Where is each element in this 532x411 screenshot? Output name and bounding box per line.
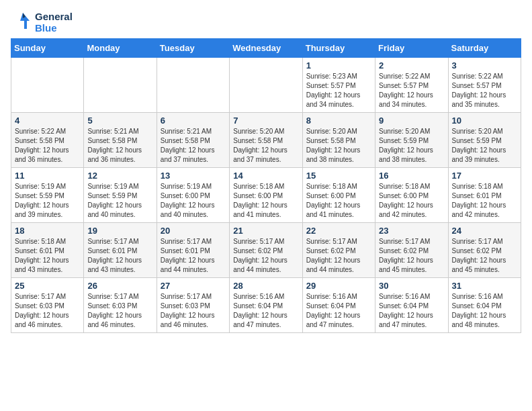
day-number: 12 xyxy=(87,171,152,181)
calendar-cell: 6Sunrise: 5:21 AM Sunset: 5:58 PM Daylig… xyxy=(157,112,229,167)
day-detail: Sunrise: 5:19 AM Sunset: 5:59 PM Dayligh… xyxy=(87,182,152,220)
calendar-cell: 23Sunrise: 5:17 AM Sunset: 6:02 PM Dayli… xyxy=(375,222,448,277)
day-detail: Sunrise: 5:17 AM Sunset: 6:02 PM Dayligh… xyxy=(306,237,371,275)
weekday-header-friday: Friday xyxy=(375,38,448,57)
day-number: 4 xyxy=(15,116,80,126)
day-number: 11 xyxy=(15,171,80,181)
day-number: 17 xyxy=(452,171,517,181)
day-number: 13 xyxy=(161,171,226,181)
calendar-cell: 13Sunrise: 5:19 AM Sunset: 6:00 PM Dayli… xyxy=(157,167,229,222)
day-number: 23 xyxy=(379,226,444,236)
day-number: 15 xyxy=(306,171,371,181)
day-number: 30 xyxy=(379,281,444,291)
calendar-week-2: 4Sunrise: 5:22 AM Sunset: 5:58 PM Daylig… xyxy=(11,112,521,167)
calendar-week-5: 25Sunrise: 5:17 AM Sunset: 6:03 PM Dayli… xyxy=(11,277,521,332)
day-number: 10 xyxy=(452,116,517,126)
calendar-week-4: 18Sunrise: 5:18 AM Sunset: 6:01 PM Dayli… xyxy=(11,222,521,277)
svg-marker-0 xyxy=(20,13,30,29)
day-detail: Sunrise: 5:23 AM Sunset: 5:57 PM Dayligh… xyxy=(306,72,371,109)
day-detail: Sunrise: 5:18 AM Sunset: 6:00 PM Dayligh… xyxy=(233,182,298,220)
day-detail: Sunrise: 5:17 AM Sunset: 6:03 PM Dayligh… xyxy=(15,292,80,330)
day-number: 8 xyxy=(306,116,371,126)
weekday-header-monday: Monday xyxy=(84,38,157,57)
weekday-header-tuesday: Tuesday xyxy=(157,38,229,57)
day-detail: Sunrise: 5:16 AM Sunset: 6:04 PM Dayligh… xyxy=(452,292,517,330)
calendar-cell: 9Sunrise: 5:20 AM Sunset: 5:59 PM Daylig… xyxy=(375,112,448,167)
day-number: 3 xyxy=(452,60,517,71)
calendar-cell: 17Sunrise: 5:18 AM Sunset: 6:01 PM Dayli… xyxy=(448,167,521,222)
day-detail: Sunrise: 5:22 AM Sunset: 5:58 PM Dayligh… xyxy=(15,127,80,165)
day-detail: Sunrise: 5:17 AM Sunset: 6:02 PM Dayligh… xyxy=(233,237,298,275)
logo: General Blue xyxy=(11,11,73,34)
calendar-cell: 20Sunrise: 5:17 AM Sunset: 6:01 PM Dayli… xyxy=(157,222,229,277)
calendar-cell: 21Sunrise: 5:17 AM Sunset: 6:02 PM Dayli… xyxy=(230,222,302,277)
day-detail: Sunrise: 5:17 AM Sunset: 6:01 PM Dayligh… xyxy=(87,237,152,275)
calendar-table: SundayMondayTuesdayWednesdayThursdayFrid… xyxy=(11,38,521,333)
calendar-cell: 10Sunrise: 5:20 AM Sunset: 5:59 PM Dayli… xyxy=(448,112,521,167)
day-number: 24 xyxy=(452,226,517,236)
day-number: 20 xyxy=(161,226,226,236)
day-number: 1 xyxy=(306,60,371,71)
calendar-cell: 8Sunrise: 5:20 AM Sunset: 5:58 PM Daylig… xyxy=(302,112,375,167)
calendar-cell: 15Sunrise: 5:18 AM Sunset: 6:00 PM Dayli… xyxy=(302,167,375,222)
day-number: 26 xyxy=(87,281,152,291)
day-detail: Sunrise: 5:16 AM Sunset: 6:04 PM Dayligh… xyxy=(306,292,371,330)
day-number: 22 xyxy=(306,226,371,236)
day-number: 27 xyxy=(161,281,226,291)
day-detail: Sunrise: 5:17 AM Sunset: 6:02 PM Dayligh… xyxy=(379,237,444,275)
logo-blue: Blue xyxy=(35,22,73,34)
weekday-header-wednesday: Wednesday xyxy=(230,38,302,57)
calendar-cell: 29Sunrise: 5:16 AM Sunset: 6:04 PM Dayli… xyxy=(302,277,375,332)
calendar-cell: 12Sunrise: 5:19 AM Sunset: 5:59 PM Dayli… xyxy=(84,167,157,222)
day-detail: Sunrise: 5:17 AM Sunset: 6:03 PM Dayligh… xyxy=(161,292,226,330)
logo-text-block: General Blue xyxy=(11,11,73,34)
calendar-cell: 27Sunrise: 5:17 AM Sunset: 6:03 PM Dayli… xyxy=(157,277,229,332)
day-detail: Sunrise: 5:22 AM Sunset: 5:57 PM Dayligh… xyxy=(452,72,517,109)
calendar-cell: 7Sunrise: 5:20 AM Sunset: 5:58 PM Daylig… xyxy=(230,112,302,167)
calendar-cell: 30Sunrise: 5:16 AM Sunset: 6:04 PM Dayli… xyxy=(375,277,448,332)
calendar-cell: 26Sunrise: 5:17 AM Sunset: 6:03 PM Dayli… xyxy=(84,277,157,332)
calendar-week-3: 11Sunrise: 5:19 AM Sunset: 5:59 PM Dayli… xyxy=(11,167,521,222)
day-detail: Sunrise: 5:22 AM Sunset: 5:57 PM Dayligh… xyxy=(379,72,444,109)
day-detail: Sunrise: 5:17 AM Sunset: 6:02 PM Dayligh… xyxy=(452,237,517,275)
day-detail: Sunrise: 5:17 AM Sunset: 6:01 PM Dayligh… xyxy=(161,237,226,275)
calendar-cell: 31Sunrise: 5:16 AM Sunset: 6:04 PM Dayli… xyxy=(448,277,521,332)
day-detail: Sunrise: 5:20 AM Sunset: 5:59 PM Dayligh… xyxy=(452,127,517,165)
calendar-cell: 25Sunrise: 5:17 AM Sunset: 6:03 PM Dayli… xyxy=(11,277,84,332)
calendar-cell xyxy=(157,57,229,112)
day-number: 18 xyxy=(15,226,80,236)
day-detail: Sunrise: 5:17 AM Sunset: 6:03 PM Dayligh… xyxy=(87,292,152,330)
day-detail: Sunrise: 5:19 AM Sunset: 6:00 PM Dayligh… xyxy=(161,182,226,220)
day-detail: Sunrise: 5:18 AM Sunset: 6:01 PM Dayligh… xyxy=(452,182,517,220)
day-detail: Sunrise: 5:21 AM Sunset: 5:58 PM Dayligh… xyxy=(87,127,152,165)
day-detail: Sunrise: 5:18 AM Sunset: 6:01 PM Dayligh… xyxy=(15,237,80,275)
day-number: 7 xyxy=(233,116,298,126)
day-detail: Sunrise: 5:21 AM Sunset: 5:58 PM Dayligh… xyxy=(161,127,226,165)
day-number: 31 xyxy=(452,281,517,291)
calendar-cell xyxy=(230,57,302,112)
calendar-cell xyxy=(84,57,157,112)
calendar-cell: 5Sunrise: 5:21 AM Sunset: 5:58 PM Daylig… xyxy=(84,112,157,167)
calendar-cell: 19Sunrise: 5:17 AM Sunset: 6:01 PM Dayli… xyxy=(84,222,157,277)
day-number: 9 xyxy=(379,116,444,126)
calendar-week-1: 1Sunrise: 5:23 AM Sunset: 5:57 PM Daylig… xyxy=(11,57,521,112)
calendar-cell: 16Sunrise: 5:18 AM Sunset: 6:00 PM Dayli… xyxy=(375,167,448,222)
calendar-cell: 14Sunrise: 5:18 AM Sunset: 6:00 PM Dayli… xyxy=(230,167,302,222)
calendar-cell: 28Sunrise: 5:16 AM Sunset: 6:04 PM Dayli… xyxy=(230,277,302,332)
day-number: 21 xyxy=(233,226,298,236)
calendar-cell: 18Sunrise: 5:18 AM Sunset: 6:01 PM Dayli… xyxy=(11,222,84,277)
day-detail: Sunrise: 5:18 AM Sunset: 6:00 PM Dayligh… xyxy=(306,182,371,220)
calendar-cell: 24Sunrise: 5:17 AM Sunset: 6:02 PM Dayli… xyxy=(448,222,521,277)
day-number: 5 xyxy=(87,116,152,126)
header: General Blue xyxy=(11,11,521,34)
day-number: 14 xyxy=(233,171,298,181)
day-detail: Sunrise: 5:16 AM Sunset: 6:04 PM Dayligh… xyxy=(233,292,298,330)
logo-bird-icon xyxy=(11,11,32,33)
day-detail: Sunrise: 5:20 AM Sunset: 5:59 PM Dayligh… xyxy=(379,127,444,165)
day-detail: Sunrise: 5:19 AM Sunset: 5:59 PM Dayligh… xyxy=(15,182,80,220)
day-number: 19 xyxy=(87,226,152,236)
weekday-header-saturday: Saturday xyxy=(448,38,521,57)
calendar-cell: 22Sunrise: 5:17 AM Sunset: 6:02 PM Dayli… xyxy=(302,222,375,277)
day-number: 6 xyxy=(161,116,226,126)
day-number: 2 xyxy=(379,60,444,71)
